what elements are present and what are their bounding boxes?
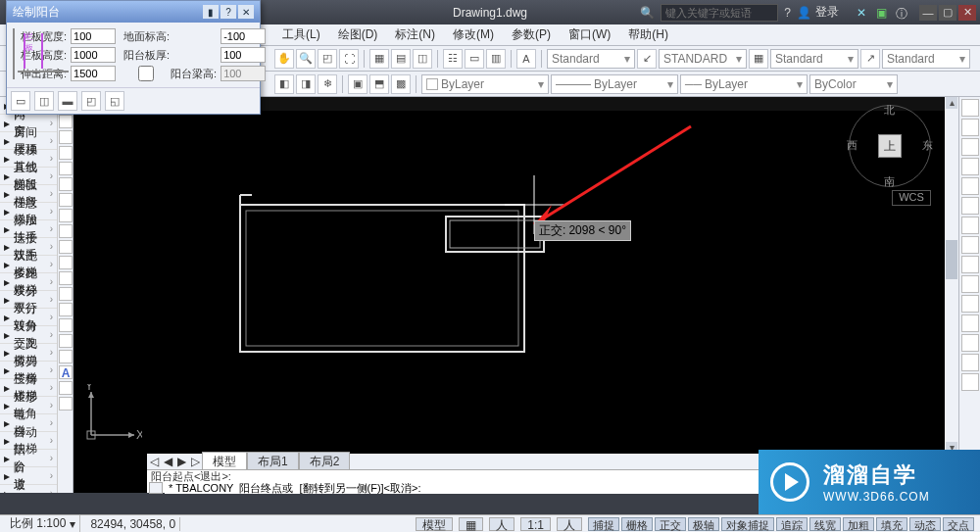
menu-param[interactable]: 参数(P): [504, 24, 559, 45]
freeze-icon[interactable]: ❄: [318, 74, 337, 94]
rtool-4-icon[interactable]: [961, 158, 979, 175]
vtool-trim-icon[interactable]: [59, 287, 73, 301]
tablestyle-icon[interactable]: ▦: [749, 49, 768, 69]
zoom-icon[interactable]: 🔍: [296, 49, 316, 69]
rtool-3-icon[interactable]: [961, 138, 979, 156]
vtool-a-icon[interactable]: A: [59, 365, 73, 379]
layout-icon[interactable]: ▦: [369, 49, 389, 69]
status-scale11[interactable]: 1:1: [520, 517, 551, 531]
login-button[interactable]: 👤 登录: [797, 4, 839, 21]
properties-icon[interactable]: ☷: [443, 49, 463, 69]
mode2-icon[interactable]: ◫: [34, 91, 54, 111]
view-cube[interactable]: 上 北 南 东 西: [849, 105, 931, 187]
rtool-2-icon[interactable]: [961, 119, 979, 136]
help-icon[interactable]: ?: [784, 6, 791, 20]
rtool-15-icon[interactable]: [961, 373, 979, 391]
status-toggle-6[interactable]: 线宽: [809, 517, 841, 531]
dimstyle-icon[interactable]: ↙: [637, 49, 657, 69]
vertical-scrollbar[interactable]: ▴ ▾: [945, 97, 958, 454]
textstyle-combo[interactable]: Standard▾: [547, 49, 635, 69]
status-toggle-2[interactable]: 正交: [655, 517, 686, 531]
viewport-icon[interactable]: ◫: [413, 49, 432, 69]
mleader-combo[interactable]: Standard▾: [882, 49, 970, 69]
search-icon[interactable]: 🔍: [640, 6, 655, 20]
field-extend-input[interactable]: [71, 66, 116, 81]
status-toggle-0[interactable]: 捕捉: [588, 517, 619, 531]
zoom-window-icon[interactable]: ◰: [318, 49, 337, 69]
vtool-mirror-icon[interactable]: [59, 318, 73, 332]
xref-icon[interactable]: ▥: [486, 49, 506, 69]
plotstyle-combo[interactable]: ByColor▾: [809, 74, 898, 94]
rtool-14-icon[interactable]: [961, 354, 979, 371]
search-input[interactable]: [661, 4, 778, 22]
rtool-10-icon[interactable]: [961, 275, 979, 293]
vtool-extend-icon[interactable]: [59, 303, 73, 316]
info-icon[interactable]: ⓘ: [896, 6, 909, 20]
minimize-button[interactable]: —: [919, 5, 937, 21]
menu-help[interactable]: 帮助(H): [620, 24, 676, 45]
layer-state-icon[interactable]: ◨: [296, 74, 316, 94]
rtool-6-icon[interactable]: [961, 197, 979, 215]
status-toggle-7[interactable]: 加粗: [843, 517, 874, 531]
hatch-icon[interactable]: ▩: [391, 74, 411, 94]
sheet-icon[interactable]: ▤: [391, 49, 411, 69]
dimstyle-combo[interactable]: STANDARD▾: [659, 49, 747, 69]
pan-icon[interactable]: ✋: [274, 49, 294, 69]
vtool-offset-icon[interactable]: [59, 334, 73, 348]
status-annoscale-icon[interactable]: 人: [489, 517, 514, 531]
vtool-more1-icon[interactable]: [59, 381, 73, 395]
menu-modify[interactable]: 修改(M): [445, 24, 502, 45]
palette-icon[interactable]: ▭: [465, 49, 484, 69]
status-toggle-5[interactable]: 追踪: [776, 517, 808, 531]
dialog-help-icon[interactable]: ?: [220, 5, 236, 19]
rtool-12-icon[interactable]: [961, 314, 979, 332]
vtool-more2-icon[interactable]: [59, 397, 73, 411]
field-width-input[interactable]: [71, 28, 116, 44]
menu-window[interactable]: 窗口(W): [561, 24, 618, 45]
mode5-icon[interactable]: ◱: [105, 91, 124, 111]
wcs-label[interactable]: WCS: [892, 190, 931, 206]
menu-dim[interactable]: 标注(N): [387, 24, 443, 45]
dialog-titlebar[interactable]: 绘制阳台 ▮ ? ✕: [7, 1, 260, 23]
tab-first-icon[interactable]: ◁: [147, 455, 161, 468]
tab-last-icon[interactable]: ▷: [188, 455, 202, 468]
vtool-fillet-icon[interactable]: [59, 350, 73, 363]
status-model[interactable]: 模型: [416, 517, 453, 531]
dialog-pin-icon[interactable]: ▮: [203, 5, 219, 19]
field-ground-input[interactable]: [220, 28, 266, 44]
rtool-5-icon[interactable]: [961, 177, 979, 195]
mode4-icon[interactable]: ◰: [81, 91, 101, 111]
close-button[interactable]: ✕: [958, 5, 976, 21]
beam-checkbox[interactable]: [123, 66, 169, 81]
field-height-input[interactable]: [71, 47, 116, 63]
rtool-1-icon[interactable]: [961, 99, 979, 117]
block-icon[interactable]: ▣: [348, 74, 368, 94]
insert-icon[interactable]: ⬒: [369, 74, 389, 94]
rtool-9-icon[interactable]: [961, 256, 979, 273]
vtool-circle-icon[interactable]: [59, 130, 73, 144]
status-toggle-4[interactable]: 对象捕捉: [721, 517, 774, 531]
status-scale[interactable]: 比例 1:100▾: [6, 515, 80, 532]
linetype-combo[interactable]: ———ByLayer▾: [551, 74, 678, 94]
dialog-close-icon[interactable]: ✕: [238, 5, 254, 19]
text-style-icon[interactable]: A: [516, 49, 536, 69]
mode3-icon[interactable]: ▬: [58, 91, 77, 111]
status-toggle-10[interactable]: 交点: [943, 517, 974, 531]
menu-tools[interactable]: 工具(L): [274, 24, 328, 45]
status-sync-icon[interactable]: 人: [557, 517, 582, 531]
layer-manager-icon[interactable]: ◧: [274, 74, 294, 94]
vtool-rotate-icon[interactable]: [59, 256, 73, 269]
vtool-arc-icon[interactable]: [59, 115, 73, 128]
mleader-icon[interactable]: ↗: [860, 49, 880, 69]
viewcube-top[interactable]: 上: [878, 134, 902, 158]
vtool-copy-icon[interactable]: [59, 224, 73, 238]
zoom-extents-icon[interactable]: ⛶: [339, 49, 359, 69]
tab-next-icon[interactable]: ▶: [174, 455, 188, 468]
status-toggle-3[interactable]: 极轴: [688, 517, 719, 531]
vtool-rect-icon[interactable]: [59, 146, 73, 160]
tablestyle-combo[interactable]: Standard▾: [770, 49, 858, 69]
canvas[interactable]: [未保存][二维线框]: [74, 97, 958, 493]
rtool-11-icon[interactable]: [961, 295, 979, 313]
rtool-13-icon[interactable]: [961, 334, 979, 352]
vtool-dim-icon[interactable]: [59, 209, 73, 222]
